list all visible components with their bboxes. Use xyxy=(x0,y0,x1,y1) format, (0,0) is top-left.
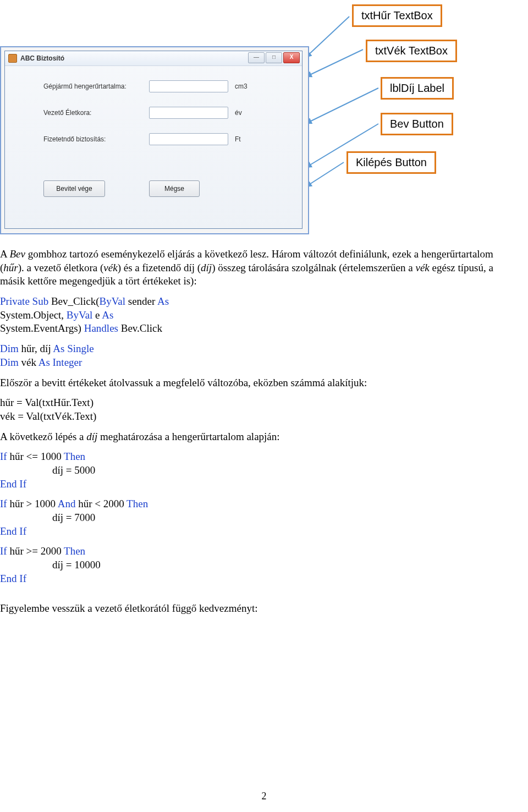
titlebar: ABC Biztosító — □ X xyxy=(5,51,302,66)
app-icon xyxy=(8,54,17,63)
svg-line-0 xyxy=(305,17,349,58)
svg-line-2 xyxy=(305,88,378,124)
document-text: A Bev gombhoz tartozó eseménykezelő eljá… xyxy=(0,248,512,622)
input-vek[interactable] xyxy=(149,107,228,119)
para-2: Először a bevitt értékeket átolvassuk a … xyxy=(0,376,495,390)
svg-line-4 xyxy=(305,162,344,187)
code-sub-decl: Private Sub Bev_Click(ByVal sender As Sy… xyxy=(0,295,495,336)
unit-dij: Ft xyxy=(235,135,241,143)
code-if-2: If hűr > 1000 And hűr < 2000 Then díj = … xyxy=(0,497,495,538)
callout-txthur: txtHűr TextBox xyxy=(352,4,442,27)
code-if-3: If hűr >= 2000 Then díj = 10000 End If xyxy=(0,545,495,585)
unit-vek: év xyxy=(235,109,242,117)
bev-button[interactable]: Bevitel vége xyxy=(43,180,105,197)
callout-txtvek: txtVék TextBox xyxy=(366,40,457,62)
label-dij-value xyxy=(149,133,228,145)
window-title: ABC Biztosító xyxy=(20,54,64,62)
label-dij: Fizetetndő biztosítás: xyxy=(43,135,106,143)
callout-lbldij: lblDíj Label xyxy=(381,77,454,100)
label-vek: Vezető Életkora: xyxy=(43,109,91,117)
para-4: Figyelembe vesszük a vezető életkorától … xyxy=(0,602,495,616)
callout-bev: Bev Button xyxy=(381,113,453,135)
minimize-button[interactable]: — xyxy=(248,52,265,63)
label-hur: Gépjármű hengerűrtartalma: xyxy=(43,83,127,90)
app-window: ABC Biztosító — □ X Gépjármű hengerűrtar… xyxy=(4,51,302,229)
code-dim-1: Dim hűr, díj As Single Dim vék As Intege… xyxy=(0,342,495,369)
code-val: hűr = Val(txtHűr.Text) vék = Val(txtVék.… xyxy=(0,396,495,423)
para-1: A Bev gombhoz tartozó eseménykezelő eljá… xyxy=(0,248,495,288)
unit-hur: cm3 xyxy=(235,83,248,90)
para-3: A következő lépés a díj meghatározása a … xyxy=(0,430,495,444)
code-if-1: If hűr <= 1000 Then díj = 5000 End If xyxy=(0,450,495,491)
close-button[interactable]: X xyxy=(283,52,300,63)
input-hur[interactable] xyxy=(149,80,228,92)
page-number: 2 xyxy=(0,791,528,802)
svg-line-1 xyxy=(305,50,363,77)
megse-button[interactable]: Mégse xyxy=(149,180,200,197)
callout-kilepes: Kilépés Button xyxy=(346,151,436,174)
maximize-button[interactable]: □ xyxy=(266,52,282,63)
